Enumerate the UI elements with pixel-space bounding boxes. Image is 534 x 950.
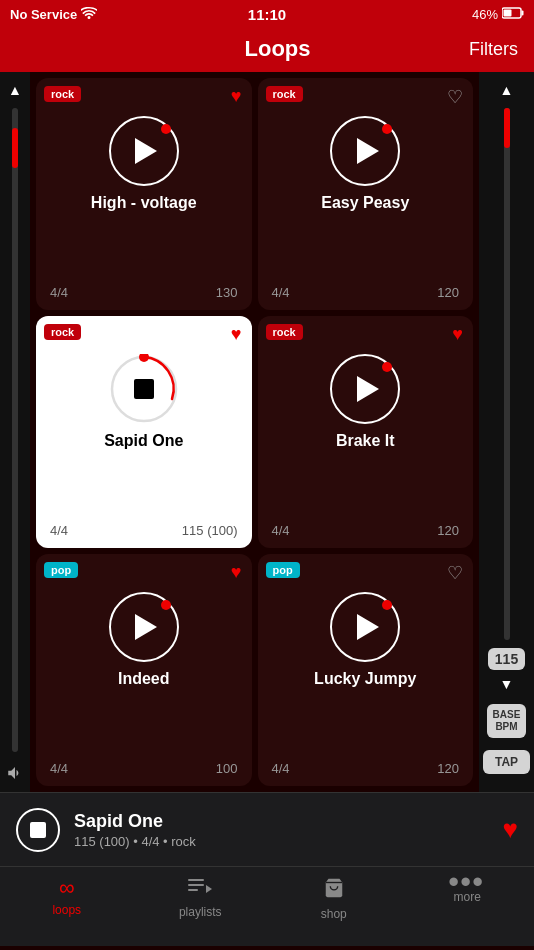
svg-rect-7	[188, 889, 198, 891]
filters-button[interactable]: Filters	[469, 39, 518, 60]
loops-icon: ∞	[59, 877, 75, 899]
card-heart-filled[interactable]: ♥	[231, 562, 242, 583]
left-scroll-thumb	[12, 128, 18, 168]
time-signature: 4/4	[50, 761, 68, 776]
card-title: High - voltage	[91, 194, 197, 212]
bpm-value: 120	[437, 761, 459, 776]
record-dot	[382, 600, 392, 610]
volume-icon[interactable]	[6, 766, 24, 784]
left-scrollbar: ▲	[0, 72, 30, 792]
card-tag-pop: pop	[266, 562, 300, 578]
card-indeed[interactable]: pop ♥ Indeed 4/4 100	[36, 554, 252, 786]
card-high-voltage[interactable]: rock ♥ High - voltage 4/4 130	[36, 78, 252, 310]
card-tag-rock: rock	[44, 86, 81, 102]
card-lucky-jumpy[interactable]: pop ♡ Lucky Jumpy 4/4 120	[258, 554, 474, 786]
scroll-up-arrow[interactable]: ▲	[6, 80, 24, 100]
right-scroll-track	[504, 108, 510, 640]
bpm-value: 100	[216, 761, 238, 776]
card-heart-filled[interactable]: ♥	[452, 324, 463, 345]
play-triangle-icon	[135, 614, 157, 640]
card-meta: 4/4 120	[268, 285, 464, 300]
battery-text: 46%	[472, 7, 498, 22]
right-scroll-thumb	[504, 108, 510, 148]
right-scrollbar: ▲ 115 ▼ BASEBPM TAP	[479, 72, 534, 792]
svg-marker-8	[206, 885, 212, 893]
play-triangle-icon	[357, 614, 379, 640]
right-scroll-down-arrow[interactable]: ▼	[500, 676, 514, 692]
tab-shop[interactable]: shop	[267, 877, 401, 921]
card-easy-peasy[interactable]: rock ♡ Easy Peasy 4/4 120	[258, 78, 474, 310]
card-heart-filled[interactable]: ♥	[231, 86, 242, 107]
card-grid: rock ♥ High - voltage 4/4 130 rock ♡ Eas…	[30, 72, 479, 792]
card-heart-filled[interactable]: ♥	[231, 324, 242, 345]
now-playing-stop-button[interactable]	[16, 808, 60, 852]
tab-more-label: more	[454, 890, 481, 904]
time-signature: 4/4	[50, 285, 68, 300]
tap-button[interactable]: TAP	[483, 750, 530, 774]
card-tag-rock: rock	[44, 324, 81, 340]
card-tag-rock: rock	[266, 324, 303, 340]
left-scroll-track	[12, 108, 18, 752]
play-button[interactable]	[109, 592, 179, 662]
tab-more[interactable]: ⬤⬤⬤ more	[401, 877, 535, 904]
play-button[interactable]	[109, 116, 179, 186]
card-brake-it[interactable]: rock ♥ Brake It 4/4 120	[258, 316, 474, 548]
svg-rect-5	[188, 879, 204, 881]
bpm-value: 115 (100)	[182, 523, 238, 538]
now-playing-title: Sapid One	[74, 811, 489, 832]
record-dot	[161, 600, 171, 610]
card-title: Indeed	[118, 670, 170, 688]
card-tag-pop: pop	[44, 562, 78, 578]
card-sapid-one[interactable]: rock ♥ Sapid One 4/4 115 (100)	[36, 316, 252, 548]
svg-point-4	[139, 354, 149, 362]
stop-square-icon	[134, 379, 154, 399]
card-title: Sapid One	[104, 432, 183, 450]
time-signature: 4/4	[272, 285, 290, 300]
play-button[interactable]	[330, 354, 400, 424]
stop-icon	[30, 822, 46, 838]
tab-bar: ∞ loops playlists shop ⬤⬤⬤ more	[0, 866, 534, 946]
time-display: 11:10	[248, 6, 286, 23]
page-title: Loops	[86, 36, 469, 62]
card-meta: 4/4 120	[268, 761, 464, 776]
right-scroll-up-arrow[interactable]: ▲	[498, 80, 516, 100]
status-bar: No Service 11:10 46%	[0, 0, 534, 28]
battery-icon	[502, 7, 524, 22]
arc-stop-container[interactable]	[109, 354, 179, 424]
play-triangle-icon	[135, 138, 157, 164]
base-bpm-button[interactable]: BASEBPM	[487, 704, 527, 738]
play-button[interactable]	[330, 116, 400, 186]
signal-text: No Service	[10, 7, 77, 22]
play-triangle-icon	[357, 376, 379, 402]
card-heart-outline[interactable]: ♡	[447, 86, 463, 108]
time-signature: 4/4	[272, 523, 290, 538]
tab-playlists[interactable]: playlists	[134, 877, 268, 919]
bpm-value: 120	[437, 285, 459, 300]
card-heart-outline[interactable]: ♡	[447, 562, 463, 584]
bpm-display: 115	[488, 648, 525, 670]
card-title: Easy Peasy	[321, 194, 409, 212]
svg-rect-6	[188, 884, 204, 886]
record-dot	[161, 124, 171, 134]
record-dot	[382, 362, 392, 372]
tab-loops[interactable]: ∞ loops	[0, 877, 134, 917]
card-meta: 4/4 115 (100)	[46, 523, 242, 538]
record-dot	[382, 124, 392, 134]
tab-loops-label: loops	[52, 903, 81, 917]
card-meta: 4/4 120	[268, 523, 464, 538]
svg-rect-1	[522, 10, 524, 15]
play-triangle-icon	[357, 138, 379, 164]
header: Loops Filters	[0, 28, 534, 72]
now-playing-subtitle: 115 (100) • 4/4 • rock	[74, 834, 489, 849]
now-playing-heart[interactable]: ♥	[503, 814, 518, 845]
playlists-icon	[188, 877, 212, 901]
play-button[interactable]	[330, 592, 400, 662]
card-title: Lucky Jumpy	[314, 670, 416, 688]
wifi-icon	[81, 7, 97, 22]
svg-rect-2	[504, 9, 512, 16]
tab-shop-label: shop	[321, 907, 347, 921]
time-signature: 4/4	[50, 523, 68, 538]
now-playing-info: Sapid One 115 (100) • 4/4 • rock	[74, 811, 489, 849]
tab-playlists-label: playlists	[179, 905, 222, 919]
shop-icon	[323, 877, 345, 903]
